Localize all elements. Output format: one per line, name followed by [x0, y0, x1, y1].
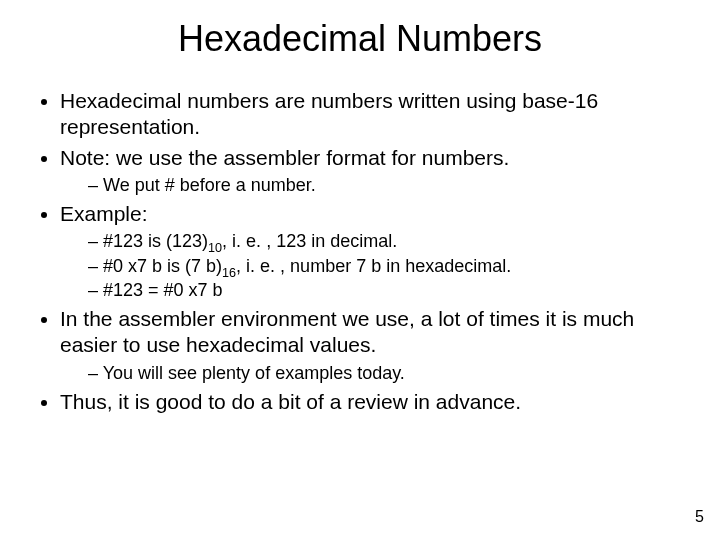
subscript: 10 — [208, 241, 222, 255]
bullet-text: Example: — [60, 202, 148, 225]
bullet-subitem: #0 x7 b is (7 b)16, i. e. , number 7 b i… — [88, 254, 688, 278]
bullet-sublist: #123 is (123)10, i. e. , 123 in decimal.… — [60, 229, 688, 302]
bullet-item: In the assembler environment we use, a l… — [60, 306, 688, 385]
bullet-item: Thus, it is good to do a bit of a review… — [60, 389, 688, 415]
text-run: #123 is (123) — [103, 231, 208, 251]
slide: Hexadecimal Numbers Hexadecimal numbers … — [0, 0, 720, 540]
text-run: #0 x7 b is (7 b) — [103, 256, 222, 276]
bullet-text: Note: we use the assembler format for nu… — [60, 146, 509, 169]
bullet-subitem: #123 is (123)10, i. e. , 123 in decimal. — [88, 229, 688, 253]
bullet-subitem: #123 = #0 x7 b — [88, 278, 688, 302]
bullet-item: Note: we use the assembler format for nu… — [60, 145, 688, 198]
slide-title: Hexadecimal Numbers — [32, 18, 688, 60]
page-number: 5 — [695, 508, 704, 526]
bullet-sublist: You will see plenty of examples today. — [60, 361, 688, 385]
text-run: , i. e. , number 7 b in hexadecimal. — [236, 256, 511, 276]
bullet-subitem: You will see plenty of examples today. — [88, 361, 688, 385]
bullet-text: In the assembler environment we use, a l… — [60, 307, 634, 356]
bullet-subitem: We put # before a number. — [88, 173, 688, 197]
bullet-sublist: We put # before a number. — [60, 173, 688, 197]
bullet-item: Hexadecimal numbers are numbers written … — [60, 88, 688, 141]
bullet-list: Hexadecimal numbers are numbers written … — [32, 88, 688, 415]
text-run: , i. e. , 123 in decimal. — [222, 231, 397, 251]
bullet-item: Example: #123 is (123)10, i. e. , 123 in… — [60, 201, 688, 302]
subscript: 16 — [222, 265, 236, 279]
